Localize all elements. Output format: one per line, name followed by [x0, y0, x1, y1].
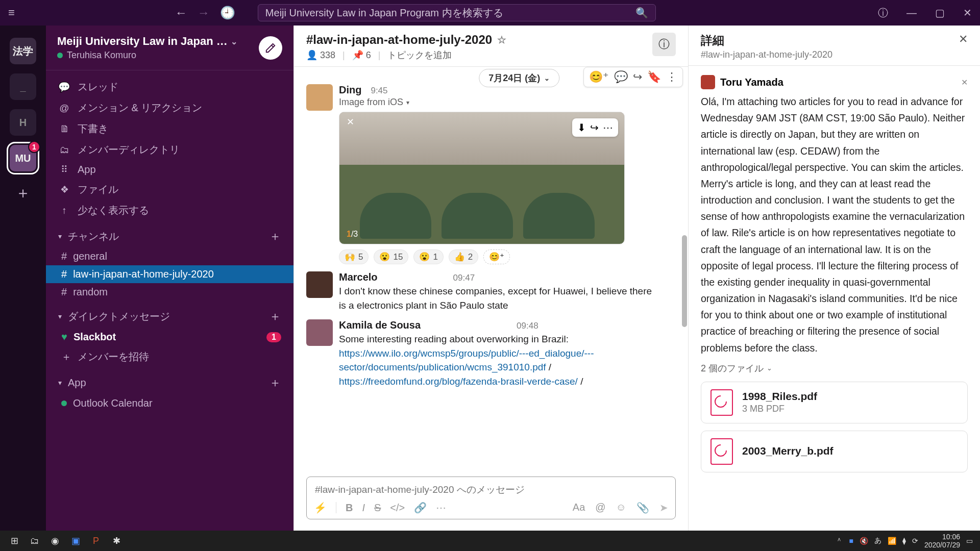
- compose-button[interactable]: [259, 36, 282, 60]
- explorer-icon[interactable]: 🗂: [24, 531, 45, 551]
- dm-section-header[interactable]: ▾ ダイレクトメッセージ ＋: [46, 301, 293, 328]
- zoom-icon[interactable]: ▣: [65, 531, 86, 551]
- share-icon[interactable]: ↪: [590, 121, 599, 134]
- close-icon[interactable]: ✕: [959, 33, 968, 46]
- invite-members[interactable]: ＋ メンバーを招待: [46, 346, 293, 367]
- tray-sync-icon[interactable]: ⟳: [912, 537, 918, 545]
- app-item-outlook[interactable]: Outlook Calendar: [46, 394, 293, 413]
- strike-icon[interactable]: S: [374, 502, 381, 514]
- reaction[interactable]: 🙌5: [339, 249, 369, 264]
- tray-dropbox-icon[interactable]: ⧫: [902, 537, 906, 545]
- attach-icon[interactable]: 📎: [636, 502, 649, 514]
- workspace-button[interactable]: _: [10, 73, 36, 100]
- attachment-label[interactable]: Image from iOS ▾: [339, 97, 676, 108]
- file-attachment[interactable]: 2003_Merry_b.pdf: [701, 431, 968, 472]
- reaction[interactable]: 👍2: [449, 249, 478, 264]
- back-icon[interactable]: ←: [175, 6, 187, 20]
- add-reaction-icon[interactable]: 😊⁺: [589, 70, 609, 84]
- bold-icon[interactable]: B: [346, 502, 353, 514]
- tray-chevron-icon[interactable]: ＾: [836, 536, 843, 545]
- send-icon[interactable]: ➤: [659, 502, 668, 514]
- lightning-icon[interactable]: ⚡: [314, 502, 327, 514]
- close-icon[interactable]: ✕: [961, 78, 968, 87]
- workspace-button[interactable]: 法学: [10, 38, 36, 64]
- channel-item[interactable]: #law-in-japan-at-home-july-2020: [46, 265, 293, 283]
- nav-people[interactable]: 🗂メンバーディレクトリ: [46, 139, 293, 160]
- channel-item[interactable]: #general: [46, 247, 293, 265]
- scrollbar-thumb[interactable]: [682, 235, 687, 327]
- notifications-icon[interactable]: ▭: [966, 537, 973, 545]
- add-workspace-button[interactable]: ＋: [15, 183, 31, 204]
- powerpoint-icon[interactable]: P: [86, 531, 106, 551]
- nav-files[interactable]: ❖ファイル: [46, 179, 293, 200]
- member-count[interactable]: 👤 338: [306, 49, 335, 61]
- image-attachment[interactable]: ✕ 1/3 ⬇ ↪ ⋯: [339, 112, 625, 244]
- avatar[interactable]: [306, 271, 333, 298]
- app-section-header[interactable]: ▾ App ＋: [46, 367, 293, 394]
- code-icon[interactable]: </>: [390, 502, 405, 514]
- tray-ime-icon[interactable]: あ: [874, 536, 881, 545]
- share-icon[interactable]: ↪: [633, 70, 642, 84]
- author-name[interactable]: Kamila de Sousa: [339, 319, 421, 331]
- reaction[interactable]: 😮15: [374, 249, 408, 264]
- message-composer[interactable]: ⚡ B I S </> 🔗 ⋯ Aa @ ☺ 📎 ➤: [306, 477, 676, 519]
- add-channel-button[interactable]: ＋: [269, 228, 281, 244]
- tray-camera-icon[interactable]: ■: [849, 537, 853, 545]
- nav-mentions[interactable]: @メンション & リアクション: [46, 97, 293, 118]
- nav-show-less[interactable]: ↑少なく表示する: [46, 200, 293, 221]
- link[interactable]: https://freedomfund.org/blog/fazenda-bra…: [339, 376, 578, 387]
- workspace-button[interactable]: MU 1: [10, 145, 36, 171]
- tray-wifi-icon[interactable]: 📶: [888, 537, 896, 545]
- add-app-button[interactable]: ＋: [269, 374, 281, 391]
- thread-icon[interactable]: 💬: [614, 70, 628, 84]
- close-icon[interactable]: ✕: [347, 116, 354, 128]
- avatar[interactable]: [306, 319, 333, 346]
- more-icon[interactable]: ⋯: [603, 121, 613, 134]
- italic-icon[interactable]: I: [362, 502, 365, 514]
- emoji-icon[interactable]: ☺: [616, 502, 626, 514]
- add-topic[interactable]: トピックを追加: [387, 49, 452, 61]
- workspace-button[interactable]: H: [10, 109, 36, 136]
- dm-item-slackbot[interactable]: ♥ Slackbot 1: [46, 328, 293, 346]
- author-name[interactable]: Marcelo: [339, 271, 378, 283]
- channel-title[interactable]: #law-in-japan-at-home-july-2020 ☆: [306, 33, 652, 47]
- slack-icon[interactable]: ✱: [106, 531, 127, 551]
- composer-input[interactable]: [314, 482, 668, 502]
- file-attachment[interactable]: 1998_Riles.pdf 3 MB PDF: [701, 382, 968, 423]
- add-dm-button[interactable]: ＋: [269, 308, 281, 324]
- taskbar-clock[interactable]: 10:06 2020/07/29: [924, 533, 960, 549]
- nav-threads[interactable]: 💬スレッド: [46, 77, 293, 97]
- more-format-icon[interactable]: ⋯: [436, 502, 446, 514]
- channel-item[interactable]: #random: [46, 283, 293, 301]
- bookmark-icon[interactable]: 🔖: [647, 70, 661, 84]
- channels-section-header[interactable]: ▾ チャンネル ＋: [46, 221, 293, 247]
- font-icon[interactable]: Aa: [573, 502, 585, 514]
- link[interactable]: https://www.ilo.org/wcmsp5/groups/public…: [339, 348, 594, 373]
- history-icon[interactable]: 🕘: [220, 6, 235, 20]
- reaction[interactable]: 😮1: [413, 249, 443, 264]
- mention-icon[interactable]: @: [595, 502, 605, 514]
- maximize-button[interactable]: ▢: [935, 7, 945, 19]
- add-reaction-button[interactable]: 😊⁺: [483, 249, 510, 264]
- start-button[interactable]: ⊞: [4, 531, 24, 551]
- author-name[interactable]: Toru Yamada: [720, 77, 783, 88]
- channel-details-button[interactable]: ⓘ: [652, 33, 676, 56]
- close-button[interactable]: ✕: [963, 7, 972, 19]
- avatar[interactable]: [701, 75, 715, 89]
- date-divider[interactable]: 7月24日 (金) ⌄: [479, 69, 559, 87]
- nav-drafts[interactable]: 🗎下書き: [46, 118, 293, 139]
- star-icon[interactable]: ☆: [497, 34, 506, 46]
- author-name[interactable]: Ding: [339, 84, 361, 96]
- more-icon[interactable]: ⋮: [666, 70, 677, 84]
- link-icon[interactable]: 🔗: [414, 502, 427, 514]
- nav-apps[interactable]: ⠿App: [46, 160, 293, 179]
- chrome-icon[interactable]: ◉: [45, 531, 65, 551]
- download-icon[interactable]: ⬇: [577, 121, 586, 134]
- menu-icon[interactable]: ≡: [8, 6, 15, 19]
- search-input[interactable]: Meiji University Law in Japan Program 内を…: [258, 4, 656, 21]
- tray-mute-icon[interactable]: 🔇: [860, 537, 868, 545]
- minimize-button[interactable]: —: [906, 7, 917, 19]
- help-icon[interactable]: ⓘ: [878, 6, 888, 20]
- pin-count[interactable]: 📌 6: [352, 49, 371, 61]
- forward-icon[interactable]: →: [198, 6, 210, 20]
